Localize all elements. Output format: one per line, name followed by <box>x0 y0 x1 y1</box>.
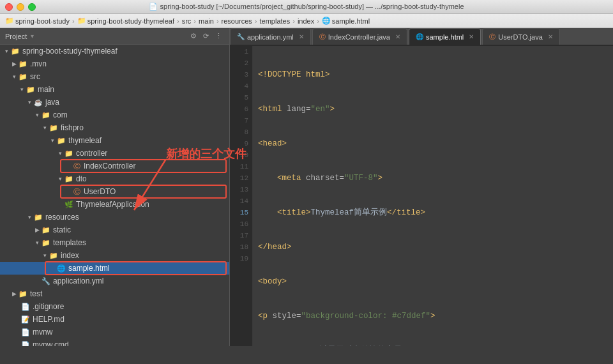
tree-item-static[interactable]: ▶ 📁 static <box>0 224 229 236</box>
expand-arrow: ▾ <box>18 86 26 93</box>
yaml-icon: 🔧 <box>41 276 51 286</box>
tree-item-dto-folder[interactable]: ▾ 📁 dto <box>0 172 229 185</box>
expand-arrow: ▾ <box>10 73 18 80</box>
tree-item-mvn[interactable]: ▶ 📁 .mvn <box>0 57 229 70</box>
tree-label: ThymeleafApplication <box>76 200 149 209</box>
md-icon: 📝 <box>20 314 31 324</box>
tree-item-templates[interactable]: ▾ 📁 templates <box>0 236 229 249</box>
folder-icon: 📁 <box>18 59 28 69</box>
tree-item-com[interactable]: ▾ 📁 com <box>0 109 229 121</box>
tab-close-button[interactable]: ✕ <box>548 33 553 40</box>
tab-index-controller[interactable]: Ⓒ IndexController.java ✕ <box>312 28 407 45</box>
tab-label: application.yml <box>247 33 294 41</box>
panel-dropdown[interactable]: ▾ <box>31 33 34 40</box>
tree-label: .gitignore <box>33 302 64 311</box>
code-view[interactable]: 1 2 3 4 5 6 7 8 9 10 11 12 13 14 <box>230 46 613 346</box>
tree-item-index-folder[interactable]: ▾ 📁 index <box>0 249 229 262</box>
folder-icon: 📁 <box>64 174 74 184</box>
tree-item-user-dto[interactable]: Ⓒ UserDTO <box>0 185 229 198</box>
tree-label: java <box>45 98 59 107</box>
tree-label: mvnw <box>33 328 52 337</box>
code-line-6: </head> <box>258 241 608 253</box>
tree-item-sample-html[interactable]: 🌐 sample.html <box>0 262 229 275</box>
sync-icon[interactable]: ⟳ <box>201 32 211 40</box>
project-panel-title: Project <box>5 33 27 40</box>
tree-item-resources[interactable]: ▾ 📁 resources <box>0 211 229 224</box>
project-icon: 📁 <box>5 17 14 26</box>
tab-sample-html[interactable]: 🌐 sample.html ✕ <box>409 28 481 45</box>
window-title: 📄 spring-boot-study [~/Documents/project… <box>149 3 464 11</box>
breadcrumb-templates[interactable]: templates <box>260 17 291 25</box>
file-icon: 📄 <box>20 327 31 337</box>
breadcrumb-module[interactable]: 📁 spring-boot-study-thymeleaf <box>77 17 174 26</box>
tree-item-mvnw-cmd[interactable]: 📄 mvnw.cmd <box>0 338 229 346</box>
main-content: Project ▾ ⚙ ⟳ ⋮ ▾ 📁 spring-boot-study-th… <box>0 28 613 346</box>
tab-close-button[interactable]: ✕ <box>299 33 304 40</box>
breadcrumb-index[interactable]: index <box>298 17 314 25</box>
tree-item-thymeleaf[interactable]: ▾ 📁 thymeleaf <box>0 134 229 147</box>
tree-item-root[interactable]: ▾ 📁 spring-boot-study-thymeleaf <box>0 45 229 57</box>
expand-arrow: ▾ <box>49 137 56 144</box>
breadcrumb-resources[interactable]: resources <box>222 17 252 25</box>
title-bar: 📄 spring-boot-study [~/Documents/project… <box>0 0 613 14</box>
spring-icon: 🌿 <box>64 199 74 209</box>
project-tree: ▾ 📁 spring-boot-study-thymeleaf ▶ 📁 .mvn… <box>0 45 229 346</box>
tab-application-yml[interactable]: 🔧 application.yml ✕ <box>230 28 311 45</box>
tree-item-main[interactable]: ▾ 📁 main <box>0 83 229 96</box>
tree-item-java[interactable]: ▾ ☕ java <box>0 96 229 109</box>
tab-close-button[interactable]: ✕ <box>469 33 474 40</box>
expand-arrow: ▾ <box>3 48 10 54</box>
editor-panel: 🔧 application.yml ✕ Ⓒ IndexController.ja… <box>230 28 613 346</box>
tab-user-dto[interactable]: Ⓒ UserDTO.java ✕ <box>482 28 559 45</box>
gitignore-icon: 📄 <box>20 301 31 312</box>
project-panel: Project ▾ ⚙ ⟳ ⋮ ▾ 📁 spring-boot-study-th… <box>0 28 230 346</box>
expand-arrow: ▾ <box>26 214 33 220</box>
folder-icon: 📁 <box>49 250 59 261</box>
tree-label: fishpro <box>61 123 84 132</box>
breadcrumb-main[interactable]: main <box>199 17 214 25</box>
tree-item-thymeleaf-app[interactable]: 🌿 ThymeleafApplication <box>0 198 229 211</box>
tree-item-test[interactable]: ▶ 📁 test <box>0 287 229 300</box>
tree-label: resources <box>45 213 79 222</box>
tree-item-index-controller[interactable]: Ⓒ IndexController <box>0 160 229 172</box>
code-editor[interactable]: 1 2 3 4 5 6 7 8 9 10 11 12 13 14 <box>230 46 613 346</box>
tree-label: sample.html <box>68 264 110 273</box>
folder-icon: 📁 <box>26 84 36 95</box>
folder-icon: 📁 <box>49 123 59 133</box>
tree-item-src[interactable]: ▾ 📁 src <box>0 70 229 83</box>
gear-icon[interactable]: ⋮ <box>213 32 224 40</box>
expand-arrow: ▾ <box>33 112 41 118</box>
tree-item-application-yml[interactable]: 🔧 application.yml <box>0 275 229 287</box>
close-button[interactable] <box>5 3 13 11</box>
tree-label: application.yml <box>53 277 103 285</box>
tab-close-button[interactable]: ✕ <box>395 33 400 40</box>
tab-label: UserDTO.java <box>498 33 542 41</box>
tree-item-gitignore[interactable]: 📄 .gitignore <box>0 300 229 313</box>
folder-icon: 📁 <box>41 225 51 235</box>
breadcrumb-root[interactable]: 📁 spring-boot-study <box>5 17 70 26</box>
panel-header: Project ▾ ⚙ ⟳ ⋮ <box>0 28 229 45</box>
breadcrumb-src[interactable]: src <box>182 17 192 25</box>
expand-arrow: ▾ <box>56 150 64 156</box>
panel-actions: ⚙ ⟳ ⋮ <box>188 32 224 40</box>
tree-item-help-md[interactable]: 📝 HELP.md <box>0 313 229 326</box>
folder-icon: 📁 <box>41 238 51 248</box>
editor-tabs: 🔧 application.yml ✕ Ⓒ IndexController.ja… <box>230 28 613 46</box>
java-folder-icon: ☕ <box>33 97 43 107</box>
java-class-icon: Ⓒ <box>72 186 82 197</box>
html-tab-icon: 🌐 <box>416 33 423 40</box>
expand-arrow: ▾ <box>41 252 49 259</box>
breadcrumb-file[interactable]: 🌐 sample.html <box>322 17 370 26</box>
minimize-button[interactable] <box>17 3 24 11</box>
tree-label: src <box>30 72 40 81</box>
settings-icon[interactable]: ⚙ <box>188 32 199 40</box>
tree-item-fishpro[interactable]: ▾ 📁 fishpro <box>0 121 229 134</box>
tree-label: static <box>53 225 71 234</box>
tree-item-mvnw[interactable]: 📄 mvnw <box>0 326 229 338</box>
tab-label: sample.html <box>426 33 464 41</box>
tree-item-controller-folder[interactable]: ▾ 📁 controller <box>0 147 229 160</box>
code-content[interactable]: <!DOCTYPE html> <html lang="en"> <head> … <box>253 46 613 346</box>
maximize-button[interactable] <box>28 3 36 11</box>
tree-label: controller <box>76 149 107 158</box>
tree-label: .mvn <box>30 59 47 68</box>
